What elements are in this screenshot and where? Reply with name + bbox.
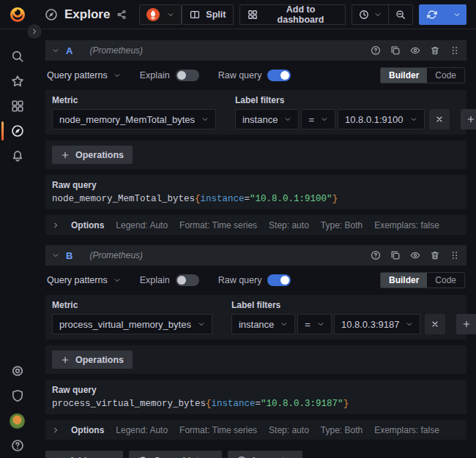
builder-mode-button[interactable]: Builder [381,273,427,288]
plus-icon [462,320,471,329]
options-step: Step: auto [269,220,309,230]
share-icon[interactable] [116,10,127,20]
code-mode-button[interactable]: Code [427,273,464,288]
label-operator-select[interactable]: = [297,314,332,334]
label-operator-value: = [308,114,314,125]
label-filters-label: Label filters [235,95,476,105]
sidebar-item-explore[interactable] [0,119,34,143]
label-value-select[interactable]: 10.8.0.3:9187 [334,314,421,334]
inspector-button[interactable]: Inspector [228,451,302,458]
sidebar-item-settings[interactable] [0,358,34,383]
zoom-out-time-button[interactable] [389,5,412,24]
add-query-button[interactable]: Add query [45,451,123,458]
sidebar-item-starred[interactable] [0,69,34,94]
builder-mode-button[interactable]: Builder [381,68,427,83]
metric-select[interactable]: node_memory_MemTotal_bytes [52,109,216,129]
help-question-icon [11,439,24,452]
remove-query-trash-icon[interactable] [430,45,440,56]
options-collapse-b[interactable]: Options Legend: Auto Format: Time series… [45,420,466,440]
grafana-logo[interactable] [0,6,34,23]
remove-query-trash-icon[interactable] [430,250,440,260]
sidebar-item-alerting[interactable] [0,143,34,168]
query-ref-id: B [66,250,72,261]
drag-handle-icon[interactable] [450,45,460,56]
label-value: 10.8.0.3:9187 [341,319,400,330]
query-help-icon[interactable] [371,45,381,56]
split-icon [190,10,200,20]
label-operator-select[interactable]: = [301,109,335,129]
label-value: 10.8.0.1:9100 [345,114,404,125]
plus-icon [61,151,70,159]
options-format: Format: Time series [179,425,257,435]
chevron-down-icon [198,320,205,328]
run-query-button[interactable] [419,4,445,25]
label-key-select[interactable]: instance [235,109,299,129]
remove-filter-button[interactable] [425,314,445,334]
sidebar-item-profile[interactable] [0,408,34,433]
query-history-button[interactable]: Query history [129,451,222,458]
add-to-dashboard-button[interactable]: Add to dashboard [239,4,345,25]
duplicate-query-icon[interactable] [390,45,401,56]
raw-query-code: node_memory_MemTotal_bytes{instance="10.… [52,194,460,204]
disable-query-eye-icon[interactable] [410,45,420,56]
duplicate-query-icon[interactable] [390,250,401,260]
add-filter-button[interactable] [461,109,476,129]
editor-mode-switch: Builder Code [380,272,465,288]
add-operation-button[interactable]: Operations [52,146,133,164]
code-metric: process_virtual_memory_bytes [52,399,206,409]
sidebar-item-dashboards[interactable] [0,94,34,119]
zoom-out-icon [395,10,406,20]
editor-mode-switch: Builder Code [380,67,465,83]
operations-label: Operations [75,150,124,160]
gear-icon [11,364,24,378]
raw-query-toggle[interactable] [267,274,291,286]
query-actions [371,45,460,56]
collapse-query-icon[interactable] [52,47,59,54]
query-patterns-dropdown[interactable]: Query patterns [47,70,121,80]
code-mode-button[interactable]: Code [427,68,464,83]
sidebar-item-search[interactable] [0,44,34,69]
label-key-select[interactable]: instance [231,314,295,334]
explain-toggle[interactable] [176,274,199,286]
sidebar-item-help[interactable] [0,433,34,458]
plus-icon [61,356,70,364]
metric-select[interactable]: process_virtual_memory_bytes [52,314,212,334]
query-patterns-dropdown[interactable]: Query patterns [47,275,121,285]
options-collapse-a[interactable]: Options Legend: Auto Format: Time series… [45,215,466,235]
chevron-down-icon [114,72,121,79]
sidebar-item-server-admin[interactable] [0,383,34,408]
query-header-a[interactable]: A (Prometheus) [45,40,466,61]
query-help-icon[interactable] [371,250,381,260]
close-icon [435,115,444,124]
split-button[interactable]: Split [182,4,234,25]
refresh-split-button [419,4,466,25]
close-icon [431,320,439,329]
remove-filter-button[interactable] [429,109,450,129]
collapse-query-icon[interactable] [52,252,59,259]
chevron-down-icon [410,116,417,123]
time-range-picker[interactable] [352,5,388,24]
code-equals: = [245,194,250,204]
options-title: Options [71,425,104,435]
code-string-value: "10.8.0.3:9187" [261,399,343,409]
explain-toggle[interactable] [176,70,199,81]
options-legend: Legend: Auto [116,220,168,230]
disable-query-eye-icon[interactable] [410,250,420,260]
raw-query-toggle[interactable] [267,70,291,81]
metric-value: node_memory_MemTotal_bytes [59,114,195,125]
options-legend: Legend: Auto [116,425,168,435]
refresh-interval-dropdown[interactable] [445,4,466,25]
query-header-b[interactable]: B (Prometheus) [45,245,466,266]
chevron-down-icon [406,320,413,328]
label-value-select[interactable]: 10.8.0.1:9100 [338,109,425,129]
label-operator-value: = [305,319,310,330]
options-exemplars: Exemplars: false [374,220,439,230]
drag-handle-icon[interactable] [450,250,460,260]
add-operation-button[interactable]: Operations [52,350,133,369]
query-toolbar-b: Query patterns Explain Raw query Builder… [47,271,465,289]
star-icon [11,75,24,88]
add-filter-button[interactable] [456,314,476,334]
query-editor-row-b: B (Prometheus) Query patterns Explain Ra… [45,245,466,440]
expand-sidebar-button[interactable] [26,23,42,40]
datasource-picker[interactable] [139,4,182,25]
